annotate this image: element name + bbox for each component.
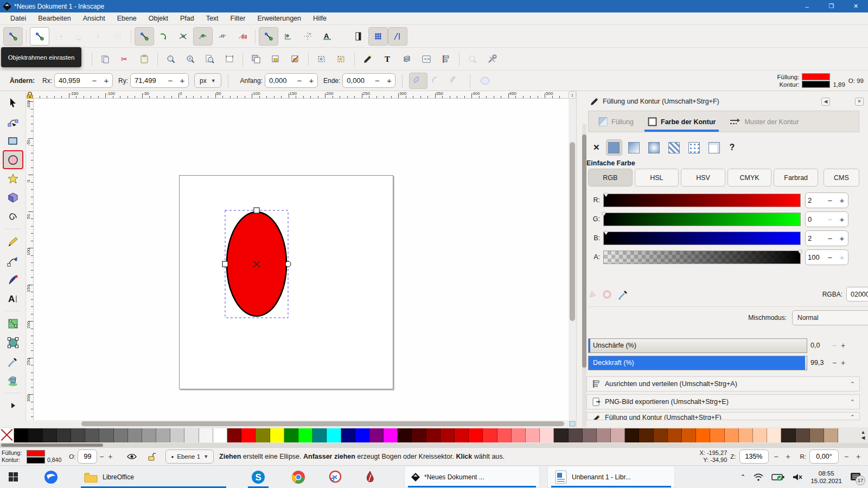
palette-swatch[interactable] bbox=[355, 428, 369, 442]
bucket-tool[interactable] bbox=[3, 371, 23, 390]
snap-bbox-centers-button[interactable] bbox=[108, 27, 127, 46]
ry-plus[interactable]: + bbox=[176, 74, 188, 87]
select-all-layers-button[interactable] bbox=[331, 50, 351, 68]
palette-up-icon[interactable]: ▲ bbox=[861, 430, 866, 435]
menu-bearbeiten[interactable]: Bearbeiten bbox=[32, 13, 76, 24]
select-all-button[interactable] bbox=[312, 50, 331, 68]
vertical-ruler[interactable]: -100-50050100150200250300 bbox=[26, 99, 34, 420]
palette-swatch[interactable] bbox=[156, 428, 170, 442]
color-ring-icon[interactable] bbox=[602, 290, 612, 299]
palette-swatch[interactable] bbox=[654, 428, 668, 442]
zoom-page-width-button[interactable] bbox=[220, 50, 239, 68]
palette-swatch[interactable] bbox=[668, 428, 682, 442]
end-spinbox[interactable]: − + bbox=[342, 73, 395, 88]
dropper-tool[interactable] bbox=[3, 352, 23, 371]
battery-icon[interactable] bbox=[771, 473, 784, 481]
libreoffice-folder-button[interactable]: LibreOffice bbox=[78, 466, 229, 488]
palette-swatch[interactable] bbox=[312, 428, 327, 442]
unknown-paint-button[interactable] bbox=[706, 139, 723, 156]
inkscape-task-button[interactable]: *Neues Dokument ... bbox=[404, 466, 540, 488]
star-tool[interactable] bbox=[3, 169, 23, 188]
zoom-drawing-button[interactable] bbox=[181, 50, 200, 68]
palette-swatch[interactable] bbox=[128, 428, 142, 442]
tab-farbrad[interactable]: Farbrad bbox=[774, 169, 818, 187]
start-plus[interactable]: + bbox=[305, 74, 317, 87]
tab-cms[interactable]: CMS bbox=[824, 169, 859, 187]
unlink-clone-button[interactable] bbox=[285, 50, 305, 68]
vertical-scrollbar[interactable] bbox=[569, 99, 576, 420]
thunderbird-button[interactable] bbox=[37, 466, 65, 488]
blue-spinbox[interactable]: −+ bbox=[805, 230, 848, 246]
palette-left-icon[interactable]: ◀ bbox=[861, 435, 865, 440]
palette-swatch[interactable] bbox=[441, 428, 455, 442]
snap-cusp-nodes-button[interactable] bbox=[193, 27, 213, 46]
arc-chord-button[interactable] bbox=[446, 73, 464, 89]
ry-input[interactable] bbox=[131, 76, 164, 85]
ry-minus[interactable]: − bbox=[164, 74, 176, 87]
tray-clock[interactable]: 08:55 15.02.2021 bbox=[810, 470, 842, 485]
start-minus[interactable]: − bbox=[293, 74, 305, 87]
horizontal-ruler[interactable]: -150-100-5005010015020025030035040045050… bbox=[34, 91, 569, 99]
stroke-swatch[interactable] bbox=[27, 457, 45, 464]
minimize-button[interactable]: – bbox=[795, 0, 819, 12]
pattern-button[interactable] bbox=[666, 139, 682, 156]
rect-tool[interactable] bbox=[3, 131, 23, 150]
snap-bbox-corners-button[interactable] bbox=[69, 27, 88, 46]
palette-swatch[interactable] bbox=[483, 428, 497, 442]
palette-swatch[interactable] bbox=[426, 428, 441, 442]
red-slider[interactable] bbox=[603, 194, 801, 207]
ry-spinbox[interactable]: − + bbox=[130, 73, 189, 88]
menu-text[interactable]: Text bbox=[200, 13, 225, 24]
paint-tool-button[interactable] bbox=[356, 466, 384, 488]
alpha-spinbox[interactable]: −+ bbox=[805, 249, 848, 265]
menu-hilfe[interactable]: Hilfe bbox=[307, 13, 333, 24]
snap-rotation-centers-button[interactable]: + bbox=[298, 27, 317, 46]
zoom-page-button[interactable] bbox=[200, 50, 220, 68]
palette-swatch[interactable] bbox=[526, 428, 540, 442]
mesh-tool[interactable] bbox=[3, 333, 23, 352]
menu-datei[interactable]: Datei bbox=[4, 13, 32, 24]
layer-lock-icon[interactable] bbox=[147, 452, 156, 461]
fill-swatch[interactable] bbox=[27, 450, 45, 457]
opacity-spinbox[interactable] bbox=[78, 450, 97, 464]
palette-swatch[interactable] bbox=[71, 428, 85, 442]
palette-swatch[interactable] bbox=[213, 428, 227, 442]
toggle-grid-button[interactable] bbox=[368, 27, 388, 46]
snap-text-baseline-button[interactable]: A bbox=[317, 27, 337, 46]
text-dialog-button[interactable]: T bbox=[378, 50, 397, 68]
dock-float-button[interactable]: ◀ bbox=[821, 98, 830, 106]
create-clone-button[interactable] bbox=[266, 50, 285, 68]
maximize-button[interactable]: ❐ bbox=[819, 0, 844, 12]
spiral-tool[interactable] bbox=[3, 207, 23, 226]
snap-others-button[interactable] bbox=[259, 27, 278, 46]
pencil-tool[interactable] bbox=[3, 232, 23, 251]
text-tool[interactable]: A bbox=[3, 289, 23, 308]
screenshot-tool-button[interactable] bbox=[322, 466, 349, 488]
snap-smooth-nodes-button[interactable] bbox=[213, 27, 232, 46]
palette-swatch[interactable] bbox=[14, 428, 28, 442]
palette-swatch[interactable] bbox=[455, 428, 469, 442]
palette-swatch[interactable] bbox=[327, 428, 341, 442]
palette-swatch[interactable] bbox=[57, 428, 71, 442]
ellipse-tool[interactable] bbox=[3, 150, 23, 169]
start-button[interactable] bbox=[0, 466, 27, 488]
end-minus[interactable]: − bbox=[371, 74, 383, 87]
palette-swatch[interactable] bbox=[682, 428, 696, 442]
snap-master-button[interactable] bbox=[3, 27, 23, 46]
xml-editor-button[interactable]: <> bbox=[417, 50, 436, 68]
red-spinbox[interactable]: −+ bbox=[805, 192, 848, 208]
blur-slider[interactable]: Unschärfe (%) bbox=[588, 338, 807, 353]
palette-swatch[interactable] bbox=[796, 428, 810, 442]
writer-task-button[interactable]: Unbenannt 1 - Libr... bbox=[547, 466, 675, 488]
palette-swatch[interactable] bbox=[412, 428, 426, 442]
palette-swatch[interactable] bbox=[739, 428, 753, 442]
menu-objekt[interactable]: Objekt bbox=[143, 13, 174, 24]
snap-path-intersections-button[interactable] bbox=[174, 27, 193, 46]
close-button[interactable]: ✕ bbox=[844, 0, 868, 12]
paste-button[interactable] bbox=[135, 50, 154, 68]
palette-swatch[interactable] bbox=[512, 428, 526, 442]
palette-swatch[interactable] bbox=[298, 428, 312, 442]
preferences-button[interactable] bbox=[482, 50, 502, 68]
bezier-tool[interactable] bbox=[3, 251, 23, 270]
start-spinbox[interactable]: − + bbox=[265, 73, 318, 88]
